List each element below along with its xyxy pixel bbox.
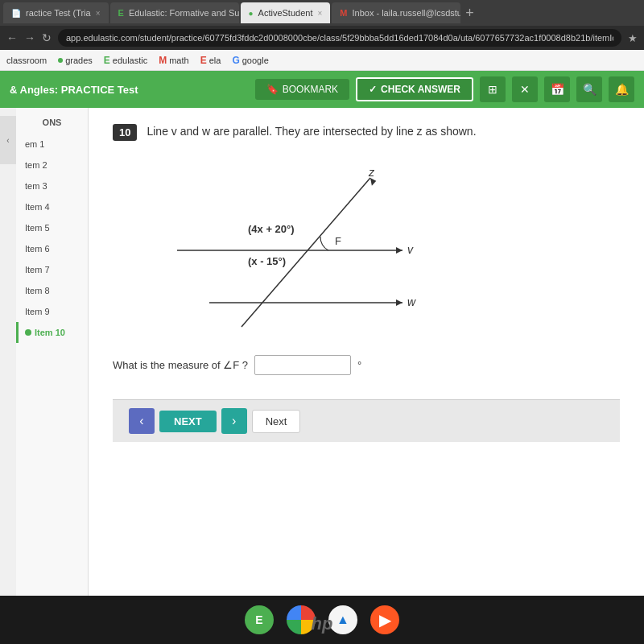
back-button[interactable]: ← [6,31,18,44]
next-main-button[interactable]: NEXT [159,411,217,432]
bell-icon-button[interactable]: 🔔 [609,76,634,102]
angle-arc [320,237,328,250]
bookmark-google[interactable]: G google [232,55,268,66]
math-favicon: M [159,55,167,66]
sidebar: ONS em 1 tem 2 tem 3 Item 4 Item 5 Item … [16,108,89,596]
edulastic-favicon: E [104,55,110,66]
tab-label-3: ActiveStudent [258,8,313,18]
bookmark-label-math: math [169,56,188,65]
bookmark-grades[interactable]: grades [58,56,93,65]
search-icon-button[interactable]: 🔍 [576,76,602,102]
next-arrow-button[interactable]: › [221,408,247,434]
sidebar-label-1: em 1 [25,139,44,149]
bookmark-label-grades: grades [65,56,93,65]
geometry-diagram: v w z F [129,154,435,339]
line-w-arrow [396,299,402,306]
answer-input[interactable] [254,355,351,375]
tab-practice[interactable]: 📄 ractice Test (Tria × [3,2,109,23]
sidebar-label-9: Item 9 [25,307,50,316]
angle2-label: (x - 15°) [248,255,286,267]
sidebar-collapse-button[interactable]: ‹ [0,116,16,164]
tab-close-3[interactable]: × [317,9,322,18]
bookmark-label-ela: ela [209,56,221,65]
taskbar-play-icon[interactable]: ▶ [370,605,399,634]
diagram-container: v w z F [129,154,435,339]
bookmark-label-classroom: classroom [6,56,47,65]
sidebar-header: ONS [16,114,88,134]
tab-edulastic[interactable]: E Edulastic: Formative and Summ × [110,2,239,23]
question-text: Line v and w are parallel. They are inte… [147,124,476,140]
taskbar-edulastic-icon[interactable]: E [245,605,274,634]
address-bar: ← → ↻ ★ [0,26,644,50]
tab-label-2: Edulastic: Formative and Summ [129,8,239,18]
next-outline-button[interactable]: Next [252,410,301,433]
search-icon: 🔍 [583,83,597,96]
line-w-label: w [407,295,416,308]
bookmark-classroom[interactable]: classroom [6,56,47,65]
drive-taskbar-label: ▲ [336,613,349,627]
address-input[interactable] [58,29,621,47]
grid-icon-button[interactable]: ⊞ [480,76,506,102]
bookmark-math[interactable]: M math [159,55,188,66]
sidebar-item-2[interactable]: tem 2 [16,155,88,175]
line-v-label: v [407,243,414,256]
active-dot [25,329,31,336]
sidebar-item-5[interactable]: Item 5 [16,217,88,238]
sidebar-item-4[interactable]: Item 4 [16,196,88,217]
google-favicon: G [232,55,239,66]
close-icon: ✕ [520,83,530,96]
main-layout: ‹ ONS em 1 tem 2 tem 3 Item 4 Item 5 Ite… [0,108,644,596]
bookmark-label-edulastic: edulastic [113,56,147,65]
nav-footer: ‹ NEXT › Next [113,399,620,442]
angle1-label: (4x + 20°) [248,223,295,235]
sidebar-item-3[interactable]: tem 3 [16,175,88,196]
bookmark-ela[interactable]: E ela [200,55,221,66]
sidebar-label-5: Item 5 [25,223,50,233]
sidebar-label-4: Item 4 [25,202,50,212]
bookmark-star[interactable]: ★ [628,32,638,44]
header-buttons: 🔖 BOOKMARK ✓ CHECK ANSWER ⊞ ✕ 📅 🔍 🔔 [255,76,634,102]
line-z [242,178,370,327]
tab-favicon-3: ● [249,9,254,18]
sidebar-item-8[interactable]: Item 8 [16,280,88,301]
point-f-label: F [335,235,341,247]
line-z-label: z [368,166,375,179]
new-tab-button[interactable]: + [465,5,474,22]
calendar-icon-button[interactable]: 📅 [544,76,570,102]
sidebar-item-1[interactable]: em 1 [16,134,88,155]
sidebar-item-6[interactable]: Item 6 [16,238,88,259]
tab-close-1[interactable]: × [96,9,101,18]
forward-button[interactable]: → [24,31,35,44]
tab-favicon-4: M [340,8,347,18]
app-header: & Angles: PRACTICE Test 🔖 BOOKMARK ✓ CHE… [0,71,644,108]
degree-symbol: ° [357,359,361,371]
sidebar-label-10: Item 10 [35,328,65,337]
bookmark-edulastic[interactable]: E edulastic [104,55,147,66]
bookmark-button[interactable]: 🔖 BOOKMARK [255,79,349,100]
tab-inbox[interactable]: M Inbox - laila.russell@lcsdstudent × [332,2,460,23]
browser-chrome: 📄 ractice Test (Tria × E Edulastic: Form… [0,0,644,71]
check-answer-label: CHECK ANSWER [381,84,460,95]
check-answer-button[interactable]: ✓ CHECK ANSWER [356,77,473,101]
answer-row: What is the measure of ∠F ? ° [113,355,620,375]
ela-favicon: E [200,55,207,66]
prev-button[interactable]: ‹ [129,408,155,434]
line-v-arrow [396,247,402,254]
calendar-icon: 📅 [551,83,564,96]
reload-button[interactable]: ↻ [42,31,52,44]
bookmarks-bar: classroom grades E edulastic M math E el… [0,50,644,71]
grades-dot [58,58,63,63]
app-title: & Angles: PRACTICE Test [10,84,138,96]
bookmark-label: BOOKMARK [283,84,338,95]
sidebar-item-10[interactable]: Item 10 [16,322,88,343]
question-number: 10 [113,124,137,141]
close-icon-button[interactable]: ✕ [512,76,538,102]
sidebar-item-7[interactable]: Item 7 [16,259,88,280]
sidebar-item-9[interactable]: Item 9 [16,301,88,322]
tab-active-student[interactable]: ● ActiveStudent × [241,2,331,23]
bookmark-label-google: google [242,56,269,65]
tab-favicon-2: E [118,8,124,18]
edulastic-taskbar-label: E [255,613,262,626]
sidebar-label-8: Item 8 [25,286,50,295]
content-area: 10 Line v and w are parallel. They are i… [89,108,644,596]
